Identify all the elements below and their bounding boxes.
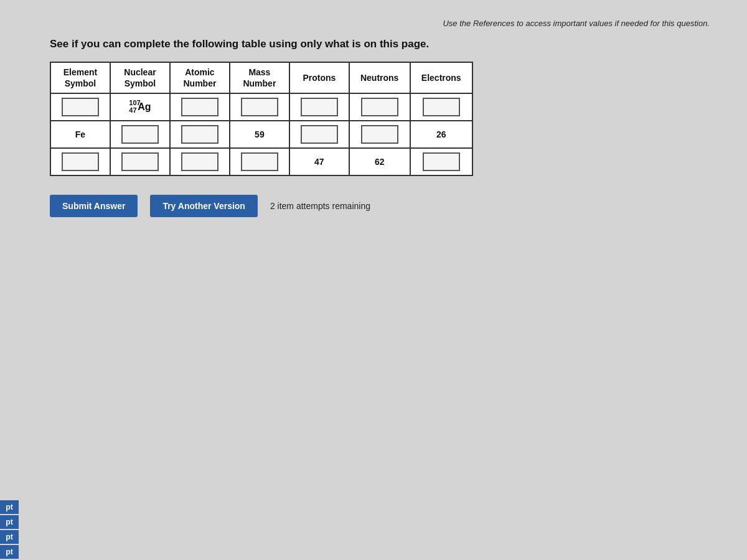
sidebar-label-4: pt <box>0 545 19 559</box>
col-header-electrons: Electrons <box>410 62 472 93</box>
row3-element-symbol[interactable] <box>50 148 110 175</box>
row1-electrons[interactable] <box>410 93 472 121</box>
element-table-container: ElementSymbol NuclearSymbol AtomicNumber… <box>50 62 710 176</box>
row2-protons-input[interactable] <box>301 125 338 144</box>
col-header-protons: Protons <box>289 62 349 93</box>
row1-atomic-number-input[interactable] <box>181 98 218 116</box>
row1-element-symbol[interactable] <box>50 93 110 121</box>
row2-protons[interactable] <box>289 121 349 148</box>
row1-atomic-number[interactable] <box>170 93 230 121</box>
row3-neutrons: 62 <box>349 148 410 175</box>
nuclear-symbol-ag: 107Ag47 <box>129 101 151 113</box>
row2-electrons: 26 <box>410 121 472 148</box>
row3-nuclear-symbol[interactable] <box>110 148 170 175</box>
row2-atomic-number-input[interactable] <box>181 125 218 144</box>
row3-atomic-number-input[interactable] <box>181 152 218 171</box>
sidebar-labels: pt pt pt pt <box>0 500 19 560</box>
sidebar-label-3: pt <box>0 530 19 544</box>
sidebar-label-1: pt <box>0 500 19 514</box>
row1-electrons-input[interactable] <box>423 98 460 116</box>
row2-atomic-number[interactable] <box>170 121 230 148</box>
row3-electrons-input[interactable] <box>423 152 460 171</box>
col-header-atomic: AtomicNumber <box>170 62 230 93</box>
submit-answer-button[interactable]: Submit Answer <box>50 195 138 217</box>
row1-neutrons[interactable] <box>349 93 410 121</box>
row1-mass-number[interactable] <box>230 93 289 121</box>
row2-element-symbol: Fe <box>50 121 110 148</box>
row3-nuclear-symbol-input[interactable] <box>121 152 159 171</box>
row3-mass-number[interactable] <box>230 148 289 175</box>
table-row: 47 62 <box>50 148 472 175</box>
col-header-nuclear: NuclearSymbol <box>110 62 170 93</box>
row2-neutrons-input[interactable] <box>361 125 398 144</box>
row1-neutrons-input[interactable] <box>361 98 398 116</box>
col-header-element: ElementSymbol <box>50 62 110 93</box>
attempts-remaining-text: 2 item attempts remaining <box>270 201 370 211</box>
row3-electrons[interactable] <box>410 148 472 175</box>
col-header-neutrons: Neutrons <box>349 62 410 93</box>
row1-mass-number-input[interactable] <box>241 98 278 116</box>
page-instruction: See if you can complete the following ta… <box>50 38 710 50</box>
row3-mass-number-input[interactable] <box>241 152 278 171</box>
references-text: Use the References to access important v… <box>50 19 710 28</box>
row1-element-symbol-input[interactable] <box>62 98 99 116</box>
row3-protons: 47 <box>289 148 349 175</box>
row1-nuclear-symbol: 107Ag47 <box>110 93 170 121</box>
row2-nuclear-symbol[interactable] <box>110 121 170 148</box>
row2-neutrons[interactable] <box>349 121 410 148</box>
table-row: Fe 59 26 <box>50 121 472 148</box>
row1-protons-input[interactable] <box>301 98 338 116</box>
buttons-row: Submit Answer Try Another Version 2 item… <box>50 195 710 217</box>
col-header-mass: MassNumber <box>230 62 289 93</box>
row2-nuclear-symbol-input[interactable] <box>121 125 159 144</box>
element-table: ElementSymbol NuclearSymbol AtomicNumber… <box>50 62 473 176</box>
try-another-version-button[interactable]: Try Another Version <box>150 195 258 217</box>
row2-mass-number: 59 <box>230 121 289 148</box>
sidebar-label-2: pt <box>0 515 19 529</box>
row3-element-symbol-input[interactable] <box>62 152 99 171</box>
row1-protons[interactable] <box>289 93 349 121</box>
row3-atomic-number[interactable] <box>170 148 230 175</box>
table-row: 107Ag47 <box>50 93 472 121</box>
